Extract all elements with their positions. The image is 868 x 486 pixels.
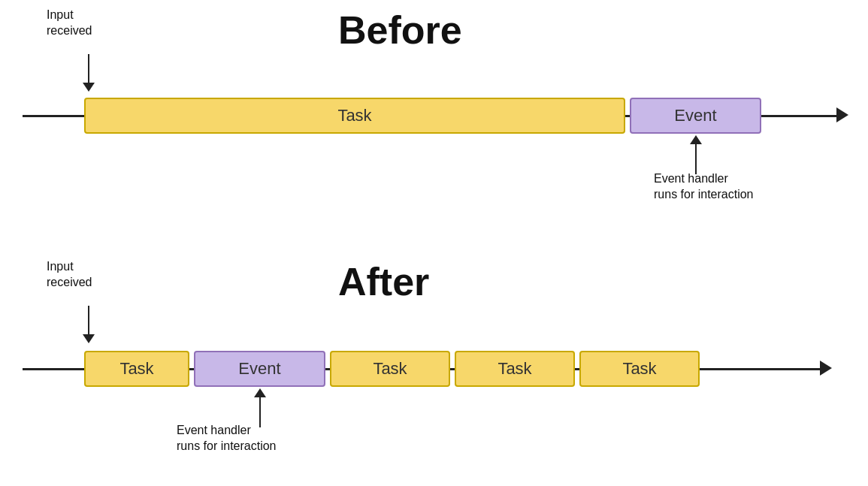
after-input-label: Inputreceived — [47, 259, 92, 291]
before-title: Before — [338, 8, 462, 53]
after-event-box: Event — [194, 351, 325, 387]
after-task3-box: Task — [455, 351, 575, 387]
before-event-box: Event — [630, 98, 761, 134]
after-timeline-arrow — [820, 361, 832, 376]
before-timeline-right — [761, 115, 836, 117]
after-timeline-right — [700, 368, 820, 370]
after-event-arrow — [254, 388, 266, 427]
after-task4-box: Task — [579, 351, 700, 387]
before-task-box: Task — [84, 98, 625, 134]
after-task2-box: Task — [330, 351, 450, 387]
before-event-arrow — [690, 135, 702, 174]
before-event-handler-label: Event handlerruns for interaction — [654, 171, 754, 203]
before-timeline-left — [23, 115, 84, 117]
before-input-arrow — [83, 54, 95, 92]
diagram-container: Before Inputreceived Task Event Event ha… — [0, 0, 868, 486]
after-title: After — [338, 259, 429, 304]
before-input-label: Inputreceived — [47, 8, 92, 39]
after-event-handler-label: Event handlerruns for interaction — [177, 423, 277, 454]
before-timeline-arrow — [836, 107, 848, 122]
after-input-arrow — [83, 306, 95, 343]
after-timeline-left — [23, 368, 84, 370]
after-task1-box: Task — [84, 351, 189, 387]
